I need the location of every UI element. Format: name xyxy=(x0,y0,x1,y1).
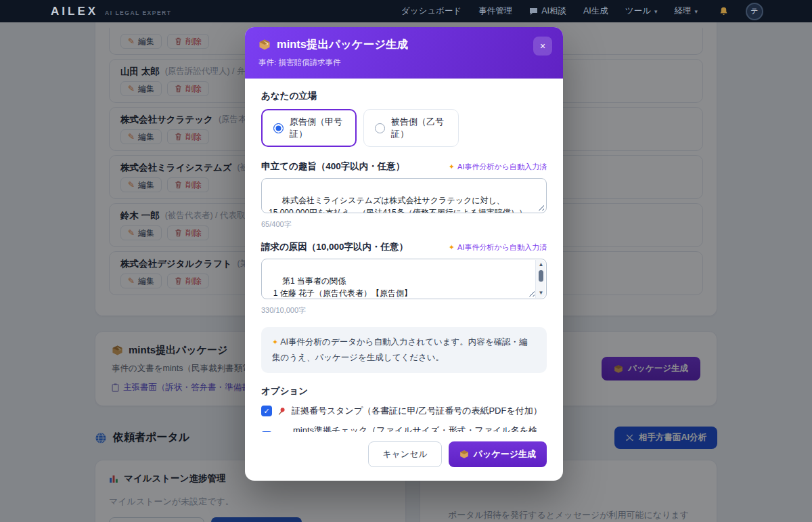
scrollbar-thumb[interactable] xyxy=(539,270,543,282)
generate-package-button[interactable]: パッケージ生成 xyxy=(449,441,547,467)
cause-counter: 330/10,000字 xyxy=(261,305,547,316)
brand-name: AILEX xyxy=(51,5,98,18)
modal-case-line: 事件: 損害賠償請求事件 xyxy=(258,58,549,68)
nav-menu: ダッシュボード 事件管理 AI相談 AI生成 ツール▾ 経理▾ テ xyxy=(401,3,763,20)
bell-icon[interactable] xyxy=(719,6,729,17)
top-navbar: AILEX AI LEGAL EXPERT ダッシュボード 事件管理 AI相談 … xyxy=(0,0,812,22)
sparkles-icon: ✦ xyxy=(272,338,280,346)
option-evidence-stamp: ✓ 証拠番号スタンプ（各書証に甲/乙号証番号の表紙PDFを付加） xyxy=(261,405,547,417)
scroll-down-icon[interactable]: ▼ xyxy=(536,289,546,297)
nav-accounting[interactable]: 経理▾ xyxy=(674,5,698,17)
claim-counter: 65/400字 xyxy=(261,219,547,230)
pushpin-icon xyxy=(277,407,286,416)
radio-unselected-icon xyxy=(375,123,385,133)
cause-autofilled-label: AI事件分析から自動入力済 xyxy=(457,242,547,253)
resize-handle[interactable] xyxy=(537,204,544,211)
generate-package-label: パッケージ生成 xyxy=(474,448,536,460)
chat-bubble-icon xyxy=(529,7,538,16)
nav-ai-consult[interactable]: AI相談 xyxy=(529,5,566,17)
package-icon xyxy=(459,450,469,459)
sparkles-icon: ✦ xyxy=(449,162,455,171)
position-radio-group: 原告側（甲号証） 被告側（乙号証） xyxy=(261,109,547,147)
claim-autofilled-badge: ✦AI事件分析から自動入力済 xyxy=(449,162,547,172)
close-icon[interactable]: × xyxy=(533,37,552,56)
chevron-down-icon: ▾ xyxy=(694,8,698,15)
cause-label: 請求の原因（10,000字以内・任意） xyxy=(261,241,408,253)
nav-case-management-label: 事件管理 xyxy=(478,5,512,17)
nav-dashboard[interactable]: ダッシュボード xyxy=(401,5,461,17)
claim-autofilled-label: AI事件分析から自動入力済 xyxy=(457,162,547,172)
scroll-up-icon[interactable]: ▲ xyxy=(536,261,546,269)
autofill-info-text: AI事件分析のデータから自動入力されています。内容を確認・編集のうえ、パッケージ… xyxy=(272,337,528,362)
nav-accounting-label: 経理 xyxy=(674,5,691,17)
modal-body: あなたの立場 原告側（甲号証） 被告側（乙号証） 申立ての趣旨（400字以内・任… xyxy=(245,79,563,432)
option-evidence-stamp-label: 証拠番号スタンプ（各書証に甲/乙号証番号の表紙PDFを付加） xyxy=(292,405,542,417)
cause-textarea-value: 第1 当事者の関係 1 佐藤 花子（原告代表者）【原告側】 2 山田 太郎（原告… xyxy=(269,276,522,299)
nav-ai-generate[interactable]: AI生成 xyxy=(583,5,608,17)
modal-footer: キャンセル パッケージ生成 xyxy=(245,432,563,481)
radio-selected-icon xyxy=(273,123,284,133)
nav-case-management[interactable]: 事件管理 xyxy=(478,5,512,17)
brand-subtitle: AI LEGAL EXPERT xyxy=(105,9,171,16)
chevron-down-icon: ▾ xyxy=(654,8,658,15)
modal-title: mints提出パッケージ生成 xyxy=(277,37,408,52)
nav-tools[interactable]: ツール▾ xyxy=(625,5,658,17)
checkbox-checked-icon[interactable]: ✓ xyxy=(261,406,272,416)
resize-handle[interactable] xyxy=(528,290,535,297)
position-label: あなたの立場 xyxy=(261,90,547,102)
avatar[interactable]: テ xyxy=(746,3,763,20)
option-mints-compliance: ✓ ✓ mints準拠チェック（ファイルサイズ・形式・ファイル名を検証） xyxy=(261,425,547,432)
options-label: オプション xyxy=(261,385,547,397)
package-icon xyxy=(258,39,271,51)
brand-logo[interactable]: AILEX AI LEGAL EXPERT xyxy=(51,5,171,18)
claim-textarea[interactable]: 株式会社ミライシステムズは株式会社サクラテックに対し、15,000,000円を支… xyxy=(261,178,547,213)
claim-label: 申立ての趣旨（400字以内・任意） xyxy=(261,160,405,173)
cancel-button[interactable]: キャンセル xyxy=(368,441,442,467)
sparkles-icon: ✦ xyxy=(449,243,455,252)
radio-defendant-side-label: 被告側（乙号証） xyxy=(391,116,447,140)
mints-package-modal: mints提出パッケージ生成 事件: 損害賠償請求事件 × あなたの立場 原告側… xyxy=(245,27,563,481)
radio-plaintiff-side[interactable]: 原告側（甲号証） xyxy=(261,109,357,147)
claim-textarea-value: 株式会社ミライシステムズは株式会社サクラテックに対し、15,000,000円を支… xyxy=(269,196,527,213)
scrollbar[interactable]: ▲ ▼ xyxy=(535,260,545,298)
cause-textarea[interactable]: 第1 当事者の関係 1 佐藤 花子（原告代表者）【原告側】 2 山田 太郎（原告… xyxy=(261,259,547,299)
nav-ai-generate-label: AI生成 xyxy=(583,5,608,17)
option-mints-compliance-label: mints準拠チェック（ファイルサイズ・形式・ファイル名を検証） xyxy=(293,425,547,432)
autofill-info-box: ✦ AI事件分析のデータから自動入力されています。内容を確認・編集のうえ、パッケ… xyxy=(261,327,547,373)
radio-plaintiff-side-label: 原告側（甲号証） xyxy=(290,116,344,140)
nav-tools-label: ツール xyxy=(625,5,651,17)
modal-header: mints提出パッケージ生成 事件: 損害賠償請求事件 × xyxy=(245,27,563,79)
nav-ai-consult-label: AI相談 xyxy=(541,5,566,17)
radio-defendant-side[interactable]: 被告側（乙号証） xyxy=(363,109,459,147)
cause-autofilled-badge: ✦AI事件分析から自動入力済 xyxy=(449,242,547,253)
nav-dashboard-label: ダッシュボード xyxy=(401,5,461,17)
